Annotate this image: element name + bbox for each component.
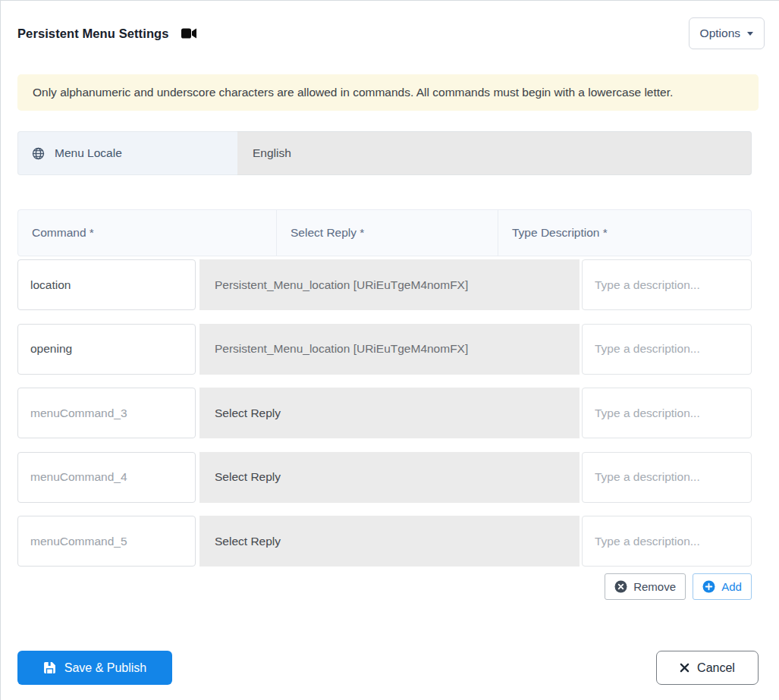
plus-circle-icon	[702, 580, 715, 593]
select-reply-dropdown[interactable]: Persistent_Menu_location [URiEuTgeM4nomF…	[199, 324, 580, 375]
column-header-command: Command *	[18, 210, 276, 256]
description-input[interactable]	[582, 388, 752, 438]
title-wrap: Persistent Menu Settings	[17, 27, 197, 41]
table-row: Select Reply	[17, 452, 752, 503]
alert-message: Only alphanumeric and underscore charact…	[33, 86, 673, 99]
remove-button-label: Remove	[633, 580, 676, 593]
save-publish-label: Save & Publish	[64, 661, 147, 675]
options-button[interactable]: Options	[689, 17, 765, 49]
menu-locale-group: Menu Locale English	[17, 131, 752, 175]
description-input[interactable]	[582, 259, 752, 310]
table-row: Persistent_Menu_location [URiEuTgeM4nomF…	[17, 259, 752, 310]
select-reply-value: Persistent_Menu_location [URiEuTgeM4nomF…	[215, 342, 468, 356]
video-camera-icon[interactable]	[181, 27, 197, 39]
table-row: Persistent_Menu_location [URiEuTgeM4nomF…	[17, 324, 752, 375]
table-row: Select Reply	[17, 388, 752, 438]
panel-header: Persistent Menu Settings Options	[1, 1, 779, 49]
command-input[interactable]	[17, 324, 196, 375]
options-button-label: Options	[700, 27, 740, 40]
menu-locale-value: English	[253, 146, 291, 160]
globe-icon	[32, 147, 45, 160]
description-input[interactable]	[582, 324, 752, 375]
persistent-menu-settings-panel: Persistent Menu Settings Options Only al…	[0, 0, 779, 700]
x-circle-icon	[614, 580, 627, 593]
select-reply-value: Select Reply	[215, 470, 281, 484]
remove-row-button[interactable]: Remove	[605, 573, 686, 600]
menu-locale-select[interactable]: English	[237, 131, 752, 175]
command-input[interactable]	[17, 516, 196, 567]
select-reply-dropdown[interactable]: Select Reply	[199, 516, 580, 567]
add-row-button[interactable]: Add	[693, 573, 752, 600]
description-input[interactable]	[582, 516, 752, 567]
select-reply-dropdown[interactable]: Select Reply	[199, 452, 580, 503]
column-header-select-reply: Select Reply *	[276, 210, 498, 256]
select-reply-value: Persistent_Menu_location [URiEuTgeM4nomF…	[215, 278, 468, 292]
menu-locale-label: Menu Locale	[17, 131, 237, 175]
page-title: Persistent Menu Settings	[17, 27, 169, 41]
commands-table-header: Command * Select Reply * Type Descriptio…	[17, 209, 752, 256]
x-icon	[680, 663, 689, 673]
menu-locale-label-text: Menu Locale	[55, 146, 122, 160]
save-publish-button[interactable]: Save & Publish	[17, 651, 172, 685]
command-input[interactable]	[17, 452, 196, 503]
description-input[interactable]	[582, 452, 752, 503]
command-input[interactable]	[17, 388, 196, 438]
row-actions: Remove Add	[17, 573, 752, 600]
caret-down-icon	[747, 32, 753, 36]
command-input[interactable]	[17, 259, 196, 310]
table-row: Select Reply	[17, 516, 752, 567]
select-reply-dropdown[interactable]: Persistent_Menu_location [URiEuTgeM4nomF…	[199, 259, 580, 310]
column-header-type-description: Type Description *	[498, 210, 751, 256]
select-reply-dropdown[interactable]: Select Reply	[199, 388, 580, 438]
select-reply-value: Select Reply	[215, 407, 281, 420]
panel-footer: Save & Publish Cancel	[1, 651, 779, 685]
add-button-label: Add	[721, 580, 742, 593]
select-reply-value: Select Reply	[215, 535, 281, 548]
command-rules-alert: Only alphanumeric and underscore charact…	[17, 74, 759, 111]
floppy-save-icon	[43, 661, 56, 674]
cancel-button-label: Cancel	[697, 661, 735, 675]
cancel-button[interactable]: Cancel	[656, 651, 759, 685]
